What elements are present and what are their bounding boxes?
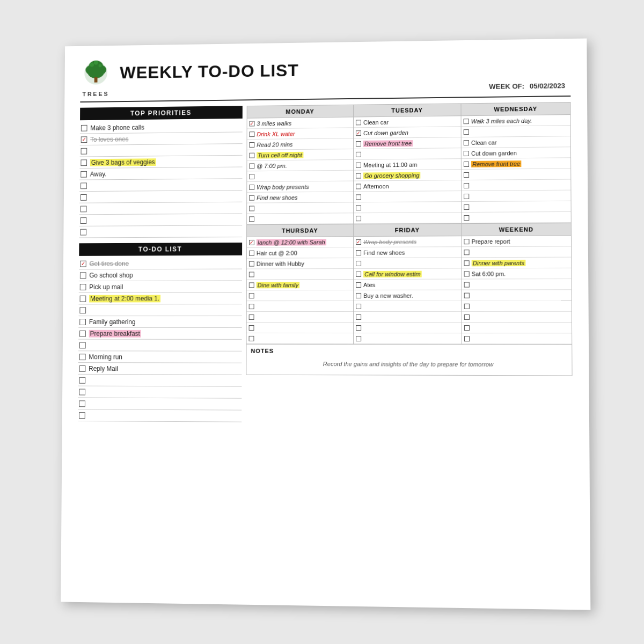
- checkbox[interactable]: [80, 229, 86, 235]
- checkbox[interactable]: [249, 184, 254, 189]
- checkbox[interactable]: [249, 282, 254, 288]
- checkbox[interactable]: [356, 292, 361, 298]
- list-item: Morning run: [78, 351, 242, 363]
- checkbox[interactable]: [464, 271, 470, 276]
- checkbox[interactable]: [249, 174, 254, 179]
- checkbox[interactable]: [464, 303, 470, 309]
- checkbox[interactable]: [249, 293, 254, 298]
- checkbox[interactable]: [464, 193, 469, 199]
- checkbox[interactable]: [249, 250, 254, 255]
- checkbox[interactable]: [356, 205, 361, 210]
- item-text: Hair cut @ 2:00: [257, 250, 297, 256]
- checkbox[interactable]: [249, 304, 254, 309]
- wednesday-col: WEDNESDAY Walk 3 miles each day. Cle: [462, 103, 571, 223]
- checkbox[interactable]: ✓: [356, 239, 361, 245]
- checkbox[interactable]: [249, 216, 254, 222]
- checkbox[interactable]: [464, 150, 469, 156]
- checkbox[interactable]: [356, 141, 361, 146]
- list-item: [462, 323, 572, 333]
- checkbox[interactable]: [464, 172, 469, 177]
- checkbox[interactable]: [80, 171, 87, 177]
- checkbox[interactable]: [79, 365, 86, 372]
- checkbox[interactable]: [79, 400, 85, 407]
- checkbox[interactable]: [356, 336, 361, 341]
- list-item: [247, 269, 353, 280]
- checkbox[interactable]: [464, 129, 469, 135]
- checkbox[interactable]: [356, 314, 361, 319]
- item-text: Ianch @ 12:00 with Sarah: [257, 239, 326, 245]
- checkbox[interactable]: [356, 120, 361, 125]
- checkbox[interactable]: [249, 272, 254, 277]
- checkbox[interactable]: ✓: [81, 136, 87, 143]
- checkbox[interactable]: [356, 282, 361, 287]
- checkbox[interactable]: [249, 152, 254, 158]
- checkbox[interactable]: [464, 314, 470, 319]
- item-text: Make 3 phone calls: [90, 123, 144, 131]
- checkbox[interactable]: [249, 206, 254, 211]
- checkbox[interactable]: [464, 119, 469, 124]
- checkbox[interactable]: [249, 142, 254, 147]
- list-item: [462, 301, 572, 312]
- checkbox[interactable]: [464, 161, 469, 166]
- checkbox[interactable]: [80, 194, 87, 200]
- list-item: Prepare breakfast: [78, 328, 242, 340]
- checkbox[interactable]: [464, 215, 469, 221]
- checkbox[interactable]: [79, 377, 85, 383]
- checkbox[interactable]: [356, 194, 361, 200]
- list-item: [354, 202, 461, 213]
- checkbox[interactable]: [250, 131, 255, 137]
- checkbox[interactable]: [356, 162, 361, 167]
- item-text: Remove front tree: [471, 160, 521, 167]
- checkbox[interactable]: [464, 336, 470, 341]
- checkbox[interactable]: [464, 140, 469, 145]
- notes-text: Record the gains and insights of the day…: [251, 356, 567, 372]
- checkbox[interactable]: [79, 389, 85, 395]
- checkbox[interactable]: [464, 239, 469, 244]
- checkbox[interactable]: [464, 282, 470, 287]
- checkbox[interactable]: [79, 330, 86, 336]
- checkbox[interactable]: [356, 250, 361, 255]
- checkbox[interactable]: [464, 292, 470, 298]
- checkbox[interactable]: [356, 303, 361, 309]
- checkbox[interactable]: [79, 319, 86, 325]
- checkbox[interactable]: [464, 204, 469, 209]
- checkbox[interactable]: [81, 125, 87, 131]
- checkbox[interactable]: [356, 325, 361, 331]
- checkbox[interactable]: [249, 314, 254, 320]
- checkbox[interactable]: [80, 159, 87, 166]
- checkbox[interactable]: [79, 354, 86, 360]
- checkbox[interactable]: [80, 217, 87, 224]
- list-item: [354, 333, 462, 344]
- checkbox[interactable]: [80, 182, 87, 189]
- checkbox[interactable]: [249, 325, 254, 330]
- checkbox[interactable]: [79, 342, 86, 348]
- checkbox[interactable]: [356, 216, 361, 221]
- checkbox[interactable]: [249, 163, 254, 169]
- checkbox[interactable]: [356, 271, 361, 276]
- checkbox[interactable]: [80, 206, 87, 212]
- checkbox[interactable]: [249, 195, 254, 200]
- checkbox[interactable]: [79, 412, 85, 419]
- checkbox[interactable]: [80, 284, 86, 290]
- checkbox[interactable]: [464, 325, 470, 331]
- checkbox[interactable]: [80, 272, 86, 279]
- checkbox[interactable]: [80, 295, 86, 302]
- checkbox[interactable]: [249, 261, 254, 266]
- checkbox[interactable]: [356, 184, 361, 189]
- checkbox[interactable]: ✓: [250, 121, 255, 126]
- checkbox[interactable]: [356, 151, 361, 157]
- checkbox[interactable]: [249, 335, 254, 341]
- checkbox[interactable]: ✓: [249, 239, 254, 245]
- list-item: Hair cut @ 2:00: [247, 247, 353, 259]
- checkbox[interactable]: ✓: [80, 260, 86, 267]
- notes-header: NOTES: [251, 348, 567, 355]
- checkbox[interactable]: [79, 307, 86, 313]
- checkbox[interactable]: [464, 250, 469, 255]
- checkbox[interactable]: [356, 173, 361, 178]
- checkbox[interactable]: [464, 182, 469, 188]
- list-item: [247, 312, 353, 323]
- checkbox[interactable]: [464, 260, 469, 266]
- checkbox[interactable]: [81, 148, 87, 154]
- checkbox[interactable]: [356, 260, 361, 266]
- checkbox[interactable]: ✓: [356, 130, 361, 136]
